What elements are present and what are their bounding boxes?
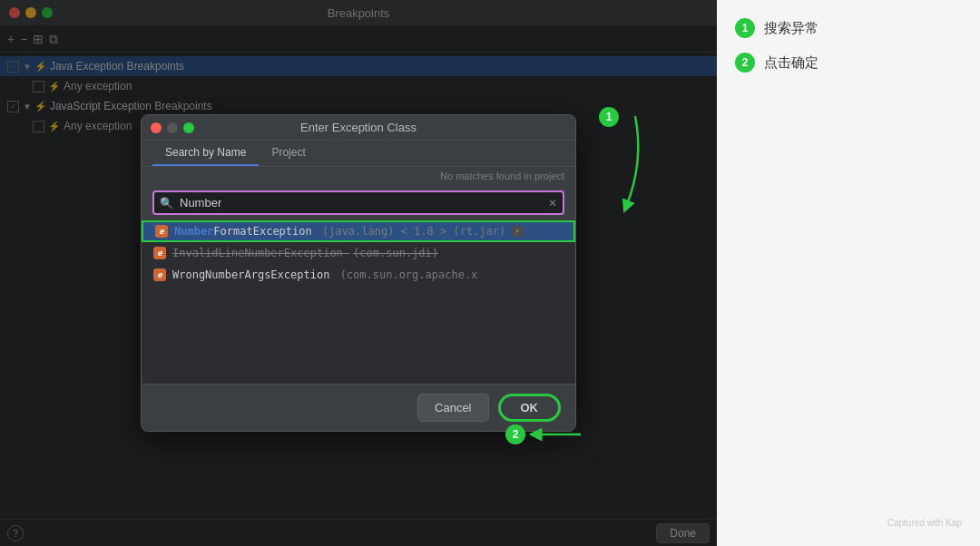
results-list: e NumberFormatException (java.lang) < 1.…	[142, 220, 575, 384]
tab-project[interactable]: Project	[259, 141, 318, 166]
ok-button[interactable]: OK	[498, 394, 562, 422]
instruction-1: 1 搜索异常	[735, 18, 962, 38]
watermark: Captured with Kap	[735, 518, 962, 528]
annotation-circle-1: 1	[599, 107, 619, 127]
tab-search-by-name[interactable]: Search by Name	[152, 141, 259, 166]
instruction-2: 2 点击确定	[735, 53, 962, 73]
cancel-button[interactable]: Cancel	[417, 394, 488, 422]
watermark-text: Captured with Kap	[887, 518, 962, 528]
result-package-1: (com.sun.jdi)	[353, 247, 438, 259]
right-panel: 1 搜索异常 2 点击确定 Captured with Kap	[717, 0, 980, 546]
result-icon-2: e	[152, 268, 167, 282]
dialog-titlebar: Enter Exception Class	[142, 115, 575, 141]
highlight-0: Number	[174, 225, 213, 238]
search-icon: 🔍	[160, 197, 173, 210]
result-text-1: InvalidLineNumberException (com.sun.jdi)	[172, 247, 438, 259]
dialog-traffic-lights	[151, 122, 194, 133]
annotation-2: 2	[505, 424, 585, 444]
result-package-0: (java.lang) < 1.8 > (rt.jar)	[322, 225, 505, 238]
dialog-title: Enter Exception Class	[300, 121, 416, 134]
exception-search-input[interactable]	[152, 190, 564, 215]
result-name-0: FormatException	[213, 225, 311, 238]
result-text-2: WrongNumberArgsException (com.sun.org.ap…	[172, 268, 477, 281]
result-text-0: NumberFormatException (java.lang) < 1.8 …	[174, 225, 505, 238]
result-badge-0: ⚡	[511, 226, 523, 237]
search-wrapper: 🔍 ✕	[152, 190, 564, 215]
enter-exception-dialog: Enter Exception Class Search by Name Pro…	[141, 114, 576, 432]
dialog-overlay: 1 Enter Exception Class	[0, 0, 717, 546]
dialog-tabs: Search by Name Project	[142, 141, 575, 167]
result-item-1[interactable]: e InvalidLineNumberException (com.sun.jd…	[142, 242, 575, 264]
dialog-close-button[interactable]	[151, 122, 162, 133]
step-circle-2: 2	[735, 53, 755, 73]
dialog-maximize-button[interactable]	[183, 122, 194, 133]
ide-panel: Breakpoints + − ⊞ ⧉ ▼ ⚡ Java Exception B…	[0, 0, 717, 546]
step-circle-1: 1	[735, 18, 755, 38]
result-package-2: (com.sun.org.apache.x	[340, 268, 478, 281]
dialog-minimize-button[interactable]	[167, 122, 178, 133]
arrow-2-svg	[531, 425, 585, 444]
result-item-0[interactable]: e NumberFormatException (java.lang) < 1.…	[142, 220, 575, 242]
step-text-2: 点击确定	[764, 54, 818, 72]
search-container: 🔍 ✕	[142, 185, 575, 220]
step-text-1: 搜索异常	[764, 20, 818, 37]
no-matches-text: No matches found in project	[142, 167, 575, 185]
annotation-1: 1	[599, 107, 619, 127]
annotation-circle-2: 2	[505, 424, 525, 444]
clear-search-icon[interactable]: ✕	[548, 197, 557, 210]
result-item-2[interactable]: e WrongNumberArgsException (com.sun.org.…	[142, 264, 575, 286]
result-icon-1: e	[152, 246, 167, 260]
result-icon-0: e	[154, 224, 169, 239]
